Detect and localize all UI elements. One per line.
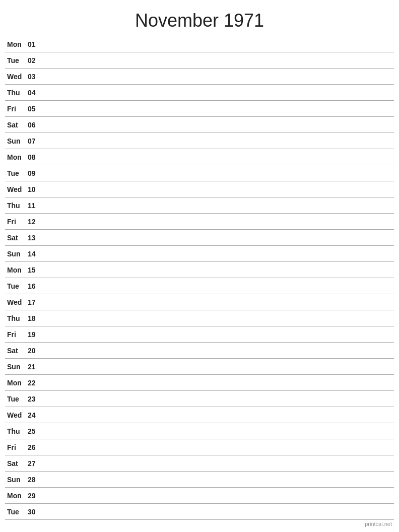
day-line xyxy=(43,76,394,77)
day-name: Sat xyxy=(5,234,28,242)
day-number: 03 xyxy=(28,73,43,81)
calendar-row: Thu11 xyxy=(5,197,394,214)
day-number: 18 xyxy=(28,314,43,322)
day-number: 27 xyxy=(28,459,43,468)
day-line xyxy=(43,463,394,463)
day-line xyxy=(43,415,394,415)
day-line xyxy=(43,173,394,173)
day-number: 01 xyxy=(28,40,43,48)
calendar-row: Wed03 xyxy=(5,69,394,85)
day-line xyxy=(43,431,394,431)
calendar-row: Fri26 xyxy=(5,439,394,455)
calendar-row: Sat27 xyxy=(5,455,394,472)
day-name: Wed xyxy=(5,298,28,306)
day-name: Sat xyxy=(5,347,28,355)
calendar-row: Mon22 xyxy=(5,375,394,391)
day-line xyxy=(43,221,394,222)
calendar-row: Thu18 xyxy=(5,310,394,326)
day-number: 22 xyxy=(28,379,43,387)
calendar-row: Sat06 xyxy=(5,117,394,133)
day-name: Thu xyxy=(5,427,28,435)
day-number: 13 xyxy=(28,234,43,242)
day-line xyxy=(43,44,394,44)
day-name: Tue xyxy=(5,282,28,290)
day-number: 17 xyxy=(28,298,43,306)
calendar-row: Tue02 xyxy=(5,52,394,69)
day-line xyxy=(43,302,394,302)
day-name: Mon xyxy=(5,266,28,274)
day-number: 14 xyxy=(28,250,43,258)
calendar-row: Fri19 xyxy=(5,326,394,343)
day-line xyxy=(43,286,394,286)
day-number: 29 xyxy=(28,492,43,500)
day-name: Wed xyxy=(5,73,28,81)
calendar-row: Mon15 xyxy=(5,262,394,278)
day-name: Mon xyxy=(5,492,28,500)
calendar-row: Sun07 xyxy=(5,133,394,149)
day-line xyxy=(43,398,394,399)
day-line xyxy=(43,60,394,60)
day-number: 28 xyxy=(28,476,43,484)
day-name: Thu xyxy=(5,89,28,97)
calendar-row: Fri12 xyxy=(5,214,394,230)
day-name: Mon xyxy=(5,40,28,48)
calendar-row: Fri05 xyxy=(5,101,394,117)
day-name: Tue xyxy=(5,169,28,177)
calendar-row: Mon08 xyxy=(5,149,394,165)
day-name: Tue xyxy=(5,508,28,516)
calendar-row: Sun14 xyxy=(5,246,394,262)
day-name: Wed xyxy=(5,411,28,419)
calendar-row: Sun28 xyxy=(5,472,394,488)
calendar-row: Tue30 xyxy=(5,504,394,520)
day-number: 24 xyxy=(28,411,43,419)
day-number: 15 xyxy=(28,266,43,274)
calendar-row: Wed24 xyxy=(5,407,394,423)
day-line xyxy=(43,447,394,447)
day-line xyxy=(43,92,394,93)
day-line xyxy=(43,141,394,141)
day-name: Mon xyxy=(5,153,28,161)
day-number: 23 xyxy=(28,395,43,403)
day-line xyxy=(43,479,394,480)
day-line xyxy=(43,366,394,367)
day-line xyxy=(43,189,394,189)
day-line xyxy=(43,124,394,125)
day-number: 08 xyxy=(28,153,43,161)
day-number: 21 xyxy=(28,363,43,371)
day-name: Mon xyxy=(5,379,28,387)
day-line xyxy=(43,108,394,109)
day-line xyxy=(43,253,394,254)
day-number: 11 xyxy=(28,202,43,210)
calendar-row: Wed10 xyxy=(5,181,394,197)
day-name: Wed xyxy=(5,185,28,193)
day-name: Sun xyxy=(5,137,28,145)
day-name: Sun xyxy=(5,363,28,371)
day-name: Fri xyxy=(5,443,28,451)
day-name: Sat xyxy=(5,121,28,129)
calendar-row: Tue16 xyxy=(5,278,394,294)
day-line xyxy=(43,318,394,318)
day-number: 30 xyxy=(28,508,43,516)
day-name: Tue xyxy=(5,395,28,403)
day-line xyxy=(43,334,394,335)
page-title: November 1971 xyxy=(0,0,399,36)
calendar-row: Sat13 xyxy=(5,230,394,246)
day-name: Tue xyxy=(5,56,28,64)
day-line xyxy=(43,495,394,496)
day-line xyxy=(43,270,394,270)
day-number: 12 xyxy=(28,218,43,226)
day-number: 06 xyxy=(28,121,43,129)
day-line xyxy=(43,237,394,238)
calendar-row: Mon29 xyxy=(5,488,394,504)
day-line xyxy=(43,157,394,157)
footer-credit: printcal.net xyxy=(365,521,392,527)
calendar-row: Tue23 xyxy=(5,391,394,407)
day-line xyxy=(43,511,394,512)
day-line xyxy=(43,350,394,351)
calendar-row: Wed17 xyxy=(5,294,394,310)
day-number: 04 xyxy=(28,89,43,97)
day-number: 10 xyxy=(28,185,43,193)
calendar-row: Sun21 xyxy=(5,359,394,375)
calendar-row: Sat20 xyxy=(5,343,394,359)
day-number: 02 xyxy=(28,56,43,64)
